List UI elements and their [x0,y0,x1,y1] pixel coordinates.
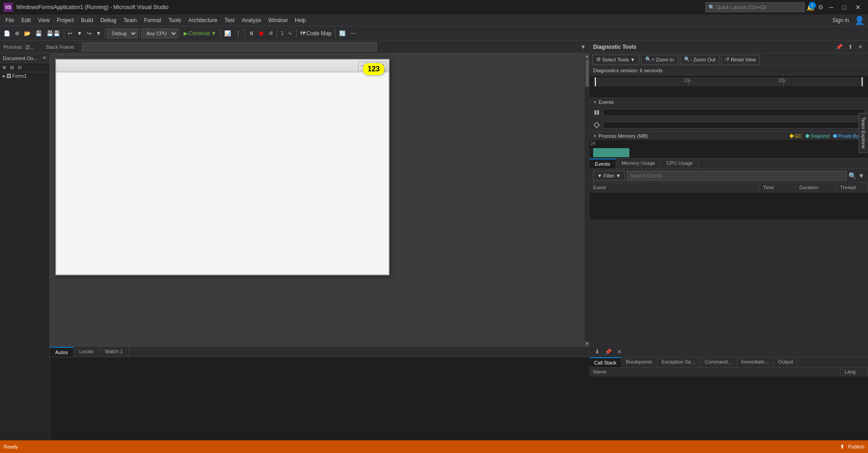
gear-icon: ⚙ [818,4,824,11]
menu-test[interactable]: Test [221,16,238,24]
callstack-close-btn[interactable]: ✕ [615,348,623,356]
svg-rect-0 [594,110,596,115]
menu-analyze[interactable]: Analyze [238,16,265,24]
tab-output[interactable]: Output [774,357,798,367]
menu-file[interactable]: File [2,16,18,24]
pause-button[interactable]: ⏸ [247,29,256,37]
stack-frame-input[interactable] [82,42,377,51]
diag-tab-memory[interactable]: Memory Usage [616,159,661,168]
menu-build[interactable]: Build [77,16,97,24]
tab-autos[interactable]: Autos [50,347,74,357]
menu-window[interactable]: Window [264,16,291,24]
scroll-up-btn[interactable]: ▲ [585,53,590,59]
menu-debug[interactable]: Debug [97,16,120,24]
event-row-diamond [590,119,868,131]
team-explorer-tab[interactable]: Team Explorer [859,113,868,153]
undo-dropdown[interactable]: ▼ [75,29,84,37]
callstack-auto-hide-btn[interactable]: ⬇ [593,348,601,356]
save-all-btn[interactable]: 💾💾 [45,29,62,37]
tab-watch1[interactable]: Watch 1 [99,347,129,357]
zoom-in-btn[interactable]: 🔍+ Zoom In [641,55,678,65]
menu-help[interactable]: Help [291,16,310,24]
restart-button[interactable]: ↺ [267,29,275,37]
search-events-input[interactable] [627,171,847,181]
minimize-button[interactable]: ─ [826,3,837,12]
step-over-btn[interactable]: ⤵ [279,29,285,37]
tb-more-btn[interactable]: ⋯ [349,29,358,37]
tab-exception[interactable]: Exception Se... [657,357,700,367]
snapshot-label: Snapshot [811,134,830,139]
platform-dropdown[interactable]: Any CPU [142,28,178,38]
filter-area: ▼ Filter ▼ 🔍 ▼ [590,169,868,183]
reset-view-btn[interactable]: ↺ Reset View [721,55,760,65]
redo-dropdown[interactable]: ▼ [94,29,103,37]
menu-tools[interactable]: Tools [165,16,185,24]
select-tools-btn[interactable]: ⚙ Select Tools ▼ [592,55,639,65]
memory-section-header[interactable]: ▼ Process Memory (MB) GC [590,132,868,140]
more-tb-btn[interactable]: ⋮ [234,29,243,37]
sign-in-link[interactable]: Sign in [829,16,853,24]
refresh-btn[interactable]: 🔄 [337,29,348,37]
col-thread: Thread [836,183,868,192]
scroll-down-btn[interactable]: ▼ [585,341,590,346]
quick-launch-box[interactable]: 🔍 Code Map Quick Launch (Ctrl+Q) [705,2,805,12]
snapshot-legend: Snapshot [805,134,830,139]
outline-form1-item[interactable]: ▶ 🖼 Form1 [0,72,49,79]
outline-tb-btn-3[interactable]: ⊟ [16,64,23,71]
stack-frame-dropdown-icon: ▼ [580,44,586,50]
diag-close-btn[interactable]: ✕ [856,43,864,51]
doc-outline-toolbar: ⊕ ⊞ ⊟ [0,63,49,72]
tab-locals[interactable]: Locals [74,347,99,357]
tab-immediate[interactable]: Immediate... [737,357,774,367]
menu-format[interactable]: Format [141,16,165,24]
diag-pin-btn[interactable]: 📌 [834,43,844,51]
events-section-header[interactable]: ▼ Events [590,98,868,106]
diag-arrow-btn[interactable]: ⬆ [846,43,854,51]
menu-architecture[interactable]: Architecture [185,16,221,24]
tab-call-stack[interactable]: Call Stack [590,357,622,367]
outline-tb-btn-2[interactable]: ⊞ [9,64,15,71]
step-into-btn[interactable]: ⤷ [286,29,294,37]
col-duration: Duration [796,183,836,192]
gc-legend: GC [789,134,802,139]
memory-bar [593,148,629,157]
open-btn[interactable]: 📂 [22,29,33,37]
new-project-btn[interactable]: 📄 [2,29,12,37]
toolbar-separator-3 [139,29,140,38]
code-map-btn[interactable]: 🗺 Code Map [298,29,333,37]
filter-button[interactable]: ▼ Filter ▼ [593,171,625,181]
tab-command[interactable]: Command... [700,357,737,367]
title-bar-controls: 🔍 Code Map Quick Launch (Ctrl+Q) 🔔 2 ⚙ ─… [705,2,864,12]
diagnostics-btn[interactable]: 📊 [222,29,233,37]
zoom-out-btn[interactable]: 🔍- Zoom Out [680,55,720,65]
diag-tab-events[interactable]: Events [590,159,616,168]
memory-chart: 24 24 [590,140,868,158]
menu-team[interactable]: Team [120,16,140,24]
maximize-button[interactable]: □ [839,3,850,12]
undo-btn[interactable]: ↩ [66,29,74,37]
cs-col-lang: Lang [841,368,868,376]
search-dropdown-btn[interactable]: ▼ [858,172,864,179]
diag-session-info: Diagnostics session: 6 seconds [590,66,868,75]
continue-label: Continue [189,30,210,37]
callstack-pin-btn[interactable]: 📌 [603,348,613,356]
redo-btn[interactable]: ↪ [85,29,93,37]
search-icon-btn[interactable]: 🔍 [849,172,856,179]
stop-button[interactable]: ⏹ [257,29,266,37]
close-button[interactable]: ✕ [852,3,864,12]
menu-view[interactable]: View [34,16,53,24]
gc-icon [789,134,794,138]
tab-breakpoints[interactable]: Breakpoints [622,357,657,367]
add-btn[interactable]: ⊕ [13,29,21,37]
code-map-icon: 🗺 [300,30,306,37]
session-label: Diagnostics session: 6 seconds [593,68,662,73]
notification-badge: 2 [809,2,816,9]
continue-button[interactable]: ▶ Continue ▼ [182,29,218,37]
diag-tab-cpu[interactable]: CPU Usage [661,159,698,168]
memory-legend: GC Snapshot Private Bytes [789,134,864,139]
debug-mode-dropdown[interactable]: Debug [107,28,137,38]
outline-tb-btn-1[interactable]: ⊕ [1,64,8,71]
menu-edit[interactable]: Edit [18,16,34,24]
save-btn[interactable]: 💾 [33,29,44,37]
menu-project[interactable]: Project [53,16,77,24]
